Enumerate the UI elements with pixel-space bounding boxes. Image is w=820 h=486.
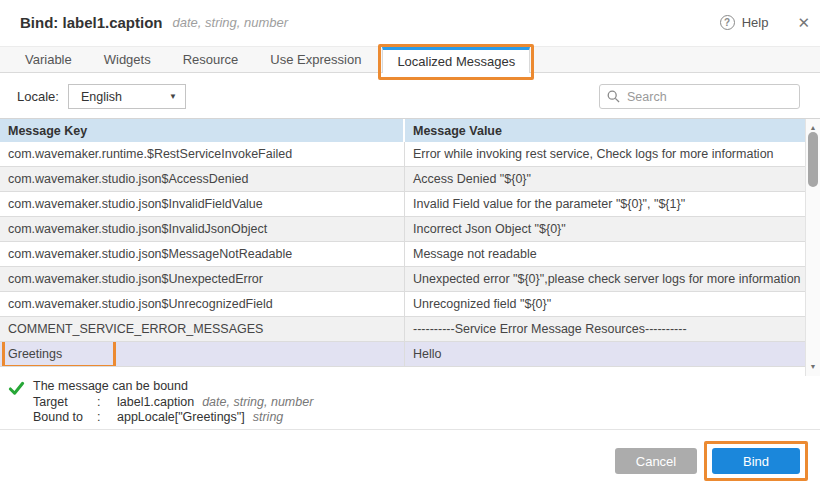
target-value: label1.caption <box>117 395 194 411</box>
bind-dialog: Bind: label1.caption date, string, numbe… <box>0 0 820 486</box>
tab-localized-messages-label: Localized Messages <box>397 54 515 69</box>
message-value-cell: ----------Service Error Message Resource… <box>405 317 805 341</box>
dialog-footer: Cancel Bind <box>615 448 800 474</box>
dialog-header: Bind: label1.caption date, string, numbe… <box>0 0 820 44</box>
header-actions: ? Help ✕ <box>720 15 810 30</box>
help-link[interactable]: Help <box>742 15 769 30</box>
table-row[interactable]: COMMENT_SERVICE_ERROR_MESSAGES ---------… <box>0 317 805 342</box>
binding-status-message: The message can be bound <box>33 379 313 395</box>
success-check-icon <box>8 380 25 397</box>
table-toolbar: Locale: English ▼ <box>0 84 820 109</box>
tab-variable[interactable]: Variable <box>14 47 83 72</box>
table-scrollbar[interactable]: ▲ ▼ <box>805 119 820 376</box>
dialog-title: Bind: label1.caption <box>20 14 163 31</box>
bound-to-type: string <box>253 410 284 426</box>
bound-to-label: Bound to <box>33 410 97 426</box>
close-icon[interactable]: ✕ <box>797 15 810 30</box>
tab-resource[interactable]: Resource <box>172 47 250 72</box>
target-colon: : <box>97 395 117 411</box>
table-row[interactable]: com.wavemaker.studio.json$UnexpectedErro… <box>0 267 805 292</box>
footer-divider <box>0 429 820 430</box>
help-icon[interactable]: ? <box>720 15 735 30</box>
message-key-cell: com.wavemaker.studio.json$AccessDenied <box>0 167 405 191</box>
message-value-cell: Message not readable <box>405 242 805 266</box>
message-value-cell: Access Denied "${0}" <box>405 167 805 191</box>
target-types: date, string, number <box>202 395 313 411</box>
locale-select[interactable]: English ▼ <box>68 84 186 109</box>
cancel-button[interactable]: Cancel <box>615 448 697 474</box>
message-key-cell: com.wavemaker.studio.json$UnexpectedErro… <box>0 267 405 291</box>
binding-bound-row: Bound to : appLocale["Greetings"] string <box>33 410 313 426</box>
table-row[interactable]: com.wavemaker.runtime.$RestServiceInvoke… <box>0 142 805 167</box>
table-header-row: Message Key Message Value <box>0 119 805 142</box>
locale-select-value: English <box>81 90 122 104</box>
bound-to-value: appLocale["Greetings"] <box>117 410 245 426</box>
column-header-message-key[interactable]: Message Key <box>0 119 405 142</box>
message-key-cell: com.wavemaker.studio.json$MessageNotRead… <box>0 242 405 266</box>
messages-table: Message Key Message Value com.wavemaker.… <box>0 118 820 376</box>
tab-bar: Variable Widgets Resource Use Expression… <box>0 46 820 73</box>
message-key-cell: com.wavemaker.studio.json$InvalidJsonObj… <box>0 217 405 241</box>
scrollbar-thumb[interactable] <box>808 132 818 187</box>
message-value-cell: Error while invoking rest service, Check… <box>405 142 805 166</box>
table-body: Message Key Message Value com.wavemaker.… <box>0 119 805 376</box>
target-label: Target <box>33 395 97 411</box>
scroll-down-icon[interactable]: ▼ <box>806 360 820 372</box>
binding-target-row: Target : label1.caption date, string, nu… <box>33 395 313 411</box>
message-key-cell: COMMENT_SERVICE_ERROR_MESSAGES <box>0 317 405 341</box>
bound-to-colon: : <box>97 410 117 426</box>
table-row[interactable]: com.wavemaker.studio.json$InvalidFieldVa… <box>0 192 805 217</box>
tab-widgets[interactable]: Widgets <box>93 47 162 72</box>
chevron-down-icon: ▼ <box>169 92 177 101</box>
bind-button-wrap: Bind <box>712 448 800 474</box>
message-value-cell: Invalid Field value for the parameter "$… <box>405 192 805 216</box>
message-value-cell: Unexpected error "${0}",please check ser… <box>405 267 805 291</box>
message-key-cell: com.wavemaker.studio.json$UnrecognizedFi… <box>0 292 405 316</box>
selected-message-key: Greetings <box>8 347 62 361</box>
table-row[interactable]: com.wavemaker.studio.json$MessageNotRead… <box>0 242 805 267</box>
table-row[interactable]: com.wavemaker.studio.json$InvalidJsonObj… <box>0 217 805 242</box>
binding-status-lines: The message can be bound Target : label1… <box>33 379 313 426</box>
message-value-cell: Unrecognized field "${0}" <box>405 292 805 316</box>
locale-label: Locale: <box>17 89 59 104</box>
tab-localized-messages[interactable]: Localized Messages <box>382 47 530 73</box>
binding-status-panel: The message can be bound Target : label1… <box>0 379 820 426</box>
table-row[interactable]: com.wavemaker.studio.json$UnrecognizedFi… <box>0 292 805 317</box>
message-key-cell: com.wavemaker.runtime.$RestServiceInvoke… <box>0 142 405 166</box>
table-row[interactable]: com.wavemaker.studio.json$AccessDenied A… <box>0 167 805 192</box>
search-box <box>599 84 800 109</box>
search-input[interactable] <box>599 84 800 109</box>
message-value-cell: Hello <box>405 342 805 366</box>
dialog-subtitle: date, string, number <box>173 15 289 30</box>
tab-use-expression[interactable]: Use Expression <box>259 47 372 72</box>
message-key-cell: com.wavemaker.studio.json$InvalidFieldVa… <box>0 192 405 216</box>
message-key-cell: Greetings <box>0 342 405 366</box>
message-value-cell: Incorrect Json Object "${0}" <box>405 217 805 241</box>
column-header-message-value[interactable]: Message Value <box>405 119 805 142</box>
bind-button[interactable]: Bind <box>712 448 800 474</box>
search-icon <box>607 90 620 103</box>
table-row-selected[interactable]: Greetings Hello <box>0 342 805 367</box>
